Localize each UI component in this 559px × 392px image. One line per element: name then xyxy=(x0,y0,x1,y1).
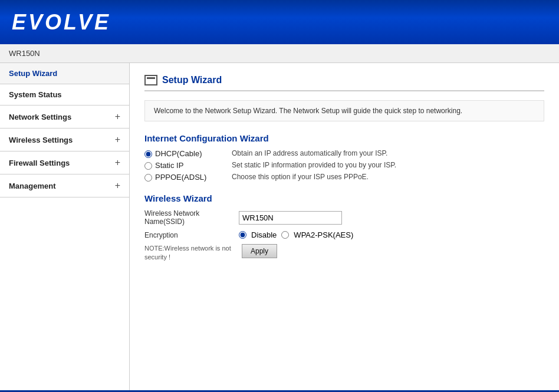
apply-button[interactable]: Apply xyxy=(242,244,277,258)
sidebar-item-management[interactable]: Management + xyxy=(0,174,129,197)
wpa2-encryption-radio[interactable] xyxy=(281,231,289,239)
wpa2-encryption-label[interactable]: WPA2-PSK(AES) xyxy=(294,230,353,239)
dhcp-label[interactable]: DHCP(Cable) xyxy=(155,149,232,158)
welcome-text: Welcome to the Network Setup Wizard. The… xyxy=(154,107,462,115)
header: EVOLVE xyxy=(0,0,559,44)
dhcp-option-row: DHCP(Cable) Obtain an IP address automat… xyxy=(144,149,544,158)
pppoe-label[interactable]: PPPOE(ADSL) xyxy=(155,173,232,182)
ssid-row: Wireless Network Name(SSID) xyxy=(144,209,544,226)
sidebar-item-setup-wizard[interactable]: Setup Wizard xyxy=(0,63,129,84)
ssid-input[interactable] xyxy=(239,211,342,225)
page-title: Setup Wizard xyxy=(162,75,222,85)
main-layout: Setup Wizard System Status Network Setti… xyxy=(0,63,559,390)
expand-icon: + xyxy=(115,134,120,145)
page-title-bar: Setup Wizard xyxy=(144,75,544,91)
pppoe-radio[interactable] xyxy=(144,174,152,182)
sidebar-item-label: Wireless Settings xyxy=(9,136,73,144)
internet-config-section: Internet Configuration Wizard DHCP(Cable… xyxy=(144,133,544,182)
expand-icon: + xyxy=(115,111,120,122)
sidebar-item-label: Setup Wizard xyxy=(9,69,57,78)
static-ip-label[interactable]: Static IP xyxy=(155,161,232,170)
static-ip-option-row: Static IP Set static IP information prov… xyxy=(144,161,544,170)
sidebar-item-label: System Status xyxy=(9,90,62,99)
internet-section-title: Internet Configuration Wizard xyxy=(144,133,544,143)
sidebar-item-label: Management xyxy=(9,182,55,190)
note-text: NOTE:Wireless network is not security ! xyxy=(144,244,239,262)
wireless-section-title: Wireless Wizard xyxy=(144,193,544,203)
sidebar: Setup Wizard System Status Network Setti… xyxy=(0,63,130,390)
dhcp-radio[interactable] xyxy=(144,150,152,158)
sidebar-item-label: Network Settings xyxy=(9,113,71,121)
static-ip-radio[interactable] xyxy=(144,162,152,170)
setup-wizard-icon xyxy=(144,75,157,85)
sidebar-item-label: Firewall Settings xyxy=(9,159,70,167)
encryption-row: Encryption Disable WPA2-PSK(AES) xyxy=(144,230,544,239)
content-area: Setup Wizard Welcome to the Network Setu… xyxy=(130,63,559,390)
pppoe-option-row: PPPOE(ADSL) Choose this option if your I… xyxy=(144,173,544,182)
sidebar-item-firewall-settings[interactable]: Firewall Settings + xyxy=(0,151,129,174)
welcome-box: Welcome to the Network Setup Wizard. The… xyxy=(144,100,544,121)
expand-icon: + xyxy=(115,180,120,191)
encryption-options: Disable WPA2-PSK(AES) xyxy=(239,230,353,239)
device-name: WR150N xyxy=(9,49,40,58)
dhcp-desc: Obtain an IP address automatically from … xyxy=(232,149,387,157)
expand-icon: + xyxy=(115,157,120,168)
wireless-wizard-section: Wireless Wizard Wireless Network Name(SS… xyxy=(144,193,544,262)
note-apply-row: NOTE:Wireless network is not security ! … xyxy=(144,244,544,262)
device-bar: WR150N xyxy=(0,44,559,63)
pppoe-desc: Choose this option if your ISP uses PPPo… xyxy=(232,173,369,181)
encryption-label: Encryption xyxy=(144,231,239,239)
sidebar-item-system-status[interactable]: System Status xyxy=(0,84,129,106)
disable-encryption-label[interactable]: Disable xyxy=(251,230,277,239)
disable-encryption-radio[interactable] xyxy=(239,231,246,239)
static-ip-desc: Set static IP information provided to yo… xyxy=(232,161,396,169)
ssid-field xyxy=(239,211,342,225)
sidebar-item-network-settings[interactable]: Network Settings + xyxy=(0,106,129,129)
logo: EVOLVE xyxy=(12,10,111,35)
sidebar-item-wireless-settings[interactable]: Wireless Settings + xyxy=(0,129,129,151)
ssid-label: Wireless Network Name(SSID) xyxy=(144,209,239,226)
